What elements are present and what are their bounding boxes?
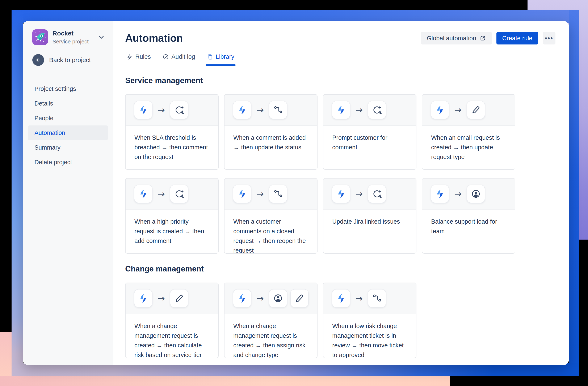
external-link-icon [480, 35, 486, 41]
arrow-right-icon: → [454, 189, 462, 199]
tab-audit-log[interactable]: Audit log [161, 53, 196, 65]
automation-template-card[interactable]: →When a comment is added → then update t… [224, 94, 317, 170]
edit-pencil-tile [290, 289, 309, 308]
automation-template-card[interactable]: →When a change management request is cre… [125, 283, 219, 358]
back-to-project-label: Back to project [49, 57, 91, 64]
sidebar-divider [29, 75, 107, 75]
arrow-right-icon: → [355, 293, 363, 304]
arrow-right-icon: → [454, 105, 462, 115]
sidebar-item-project-settings[interactable]: Project settings [28, 81, 108, 96]
automation-template-card[interactable]: →When an email request is created → then… [422, 94, 515, 170]
template-card-grid: →When a change management request is cre… [125, 283, 555, 358]
tab-rules-label: Rules [135, 53, 151, 60]
sidebar-item-people[interactable]: People [28, 111, 108, 125]
tab-library[interactable]: Library [206, 53, 236, 65]
comment-add-icon [372, 189, 382, 199]
card-description: When a customer comments on a closed req… [225, 210, 317, 254]
main-content: Automation Global automation Create rule… [113, 21, 569, 365]
automation-lightning-icon [336, 105, 346, 115]
rocket-icon [32, 29, 48, 45]
sidebar-item-delete-project[interactable]: Delete project [28, 155, 108, 170]
automation-template-card[interactable]: →Prompt customer for comment [323, 94, 417, 170]
comment-add-icon [174, 105, 184, 115]
arrow-right-icon: → [158, 189, 165, 199]
copy-pages-icon [207, 54, 213, 60]
backdrop-frame-bottom [12, 363, 579, 376]
person-circle-icon [273, 293, 283, 303]
card-icon-strip: → [126, 283, 218, 314]
card-icon-strip: → [323, 178, 416, 210]
comment-add-icon [372, 105, 382, 115]
automation-lightning-tile [134, 185, 152, 203]
automation-lightning-tile [233, 185, 251, 203]
card-description: When a comment is added → then update th… [225, 126, 317, 152]
section-heading: Service management [125, 76, 555, 85]
automation-lightning-icon [336, 293, 346, 303]
tab-library-label: Library [216, 53, 234, 60]
automation-template-card[interactable]: →Balance support load for team [422, 178, 515, 254]
automation-template-card[interactable]: →When a change management request is cre… [224, 283, 317, 358]
automation-template-card[interactable]: →When a low risk change management ticke… [323, 283, 417, 358]
automation-template-card[interactable]: →When a high priority request is created… [125, 178, 219, 254]
automation-lightning-icon [237, 105, 247, 115]
sidebar-item-summary[interactable]: Summary [28, 140, 108, 155]
comment-add-tile [170, 185, 188, 203]
template-card-grid: →When SLA threshold is breached → then c… [125, 94, 555, 254]
backdrop-frame-left [12, 10, 23, 376]
check-circle-icon [163, 54, 169, 60]
backdrop-frame-right [569, 10, 579, 376]
workflow-transition-tile [269, 101, 287, 119]
workflow-transition-icon [273, 105, 283, 115]
sidebar-item-automation[interactable]: Automation [28, 125, 108, 140]
back-to-project-button[interactable]: Back to project [28, 54, 108, 66]
project-name: Rocket [52, 29, 89, 37]
workflow-transition-icon [273, 189, 283, 199]
workflow-transition-tile [368, 289, 386, 308]
comment-add-tile [368, 101, 386, 119]
global-automation-button[interactable]: Global automation [421, 32, 492, 44]
automation-lightning-tile [233, 101, 251, 119]
automation-lightning-icon [138, 105, 148, 115]
card-description: When a change management request is crea… [126, 314, 218, 358]
card-description: When a high priority request is created … [126, 210, 218, 246]
more-actions-button[interactable]: ••• [543, 32, 555, 44]
automation-lightning-tile [134, 101, 152, 119]
backdrop-frame-top [12, 10, 579, 23]
comment-add-tile [368, 185, 386, 203]
project-type: Service project [52, 38, 89, 45]
arrow-right-icon: → [256, 105, 264, 115]
card-icon-strip: → [323, 283, 416, 314]
automation-template-card[interactable]: →When a customer comments on a closed re… [224, 178, 317, 254]
automation-lightning-tile [431, 101, 449, 119]
automation-lightning-tile [431, 185, 449, 203]
person-circle-tile [269, 289, 287, 308]
chevron-down-icon[interactable] [98, 34, 105, 41]
card-description: Update Jira linked issues [323, 210, 416, 226]
create-rule-label: Create rule [502, 35, 532, 42]
comment-add-tile [170, 101, 188, 119]
arrow-right-icon: → [158, 105, 165, 115]
automation-lightning-tile [332, 289, 350, 308]
card-icon-strip: → [422, 95, 515, 126]
automation-template-card[interactable]: →Update Jira linked issues [323, 178, 417, 254]
card-description: When a low risk change management ticket… [323, 314, 416, 358]
card-icon-strip: → [323, 95, 416, 126]
person-circle-icon [471, 189, 481, 199]
sections: Service management→When SLA threshold is… [125, 76, 555, 358]
edit-pencil-tile [170, 289, 188, 308]
automation-lightning-icon [138, 293, 148, 303]
automation-lightning-icon [237, 189, 247, 199]
sidebar-item-details[interactable]: Details [28, 96, 108, 111]
automation-lightning-icon [237, 293, 247, 303]
tab-rules[interactable]: Rules [125, 53, 152, 65]
project-switcher[interactable]: Rocket Service project [28, 29, 108, 45]
card-description: When a change management request is crea… [225, 314, 317, 358]
card-description: Prompt customer for comment [323, 126, 416, 152]
automation-lightning-icon [435, 105, 445, 115]
comment-add-icon [174, 189, 184, 199]
create-rule-button[interactable]: Create rule [496, 32, 538, 44]
tab-bar: Rules Audit log Library [125, 53, 555, 65]
global-automation-label: Global automation [427, 35, 476, 42]
automation-template-card[interactable]: →When SLA threshold is breached → then c… [125, 94, 219, 170]
card-icon-strip: → [126, 95, 218, 126]
